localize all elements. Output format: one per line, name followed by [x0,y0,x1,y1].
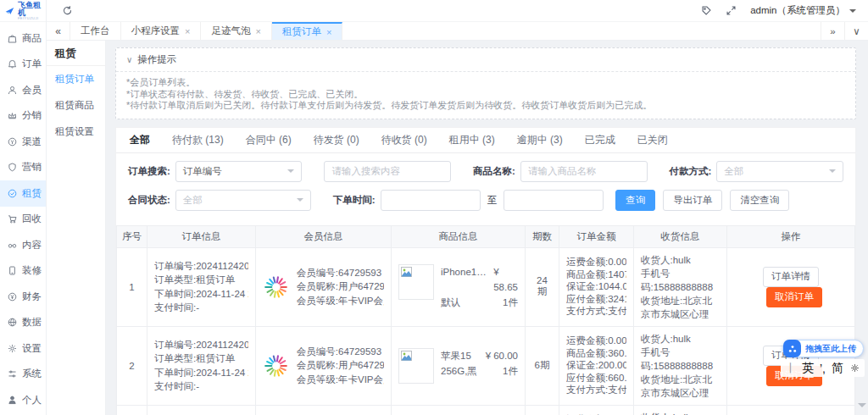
sidebar-item-data[interactable]: 数据 [0,310,46,336]
submenu-item-rental-goods[interactable]: 租赁商品 [47,92,105,119]
page-tabbar: « 工作台 小程序设置 × 足迹气泡 × 租赁订单 × » ∨ [47,22,868,41]
member-info-cell: 会员编号:64729593 会员昵称:用户64729593 会员等级:年卡VIP… [256,247,392,326]
sidebar-item-personal[interactable]: 个人 [0,387,46,413]
filter-tab-closed[interactable]: 已关闭 [637,133,668,147]
date-to-input[interactable] [511,195,596,205]
contract-status-select[interactable]: 全部 [175,190,311,211]
sidebar-item-recycle[interactable]: 回收 [0,207,46,233]
submenu-item-rental-orders[interactable]: 租赁订单 [47,66,105,92]
broken-image-icon [401,267,412,277]
tab-rental-orders[interactable]: 租赁订单 × [272,22,342,40]
actions-cell: 订单详情取消订单 [727,405,855,415]
filter-tab-renting[interactable]: 租用中 (3) [449,133,495,147]
sidebar-item-system[interactable]: 系统 [0,362,46,388]
query-button[interactable]: 查询 [615,190,655,211]
sidebar-item-settings[interactable]: 设置 [0,335,46,362]
order-info-cell: 订单编号:202411242010590464 订单类型:租赁订单 下单时间:2… [147,405,256,415]
tab-footprint-bubble[interactable]: 足迹气泡 × [201,22,271,40]
drag-upload-pill[interactable]: 拖拽至此上传 [782,340,864,357]
tag-icon[interactable] [701,5,712,16]
cancel-order-button[interactable]: 取消订单 [766,287,822,307]
filter-tab-pending-ship[interactable]: 待发货 (0) [314,133,359,147]
sidebar-item-content[interactable]: 内容 [0,232,46,258]
order-search-label: 订单搜索: [128,165,170,178]
member-info-cell: 会员编号:64729593 会员昵称:用户64729593 会员等级:年卡VIP… [256,326,392,405]
periods-cell: 24期 [526,247,559,326]
clear-query-button[interactable]: 清空查询 [730,190,789,211]
sidebar-item-rental[interactable]: 租赁 [0,180,46,207]
scrollbar-down-arrow[interactable] [858,403,866,412]
ime-simplified-toggle[interactable]: 简 [832,361,843,376]
fullscreen-icon[interactable] [726,5,737,16]
admin-label: admin（系统管理员） [750,4,845,17]
product-info-cell: 苹果15¥ 60.00 256G,黑1件 [392,326,526,405]
filter-tab-completed[interactable]: 已完成 [585,133,615,147]
book-icon [7,240,18,251]
orders-table: 序号 订单信息 会员信息 商品信息 期数 订单金额 收货信息 操作 [116,225,855,415]
brand-logo[interactable]: 飞鱼租机 FEIYUZUJI [0,0,46,22]
row-index: 3 [117,405,147,415]
product-image-placeholder [398,264,434,300]
order-detail-button[interactable]: 订单详情 [763,267,819,287]
sidebar-item-members[interactable]: 会员 [0,77,46,103]
sidebar-item-goods[interactable]: 商品 [0,25,46,52]
sidebar-item-decoration[interactable]: 装修 [0,258,46,285]
close-icon[interactable]: × [255,26,260,36]
sliders-icon [7,368,18,379]
sidebar-item-channel[interactable]: 渠道 [0,129,46,155]
ime-punct-toggle[interactable]: ’, [820,362,826,375]
chevron-down-icon [287,169,294,176]
tab-workbench[interactable]: 工作台 [70,22,121,40]
ime-gear-icon[interactable] [849,362,860,374]
submenu-item-rental-settings[interactable]: 租赁设置 [47,119,105,145]
fold-tabs-button[interactable]: « [47,22,70,40]
gear-icon [7,343,18,354]
filter-tab-all[interactable]: 全部 [130,133,150,147]
chevron-down-icon [849,9,856,16]
filter-tab-pending-receive[interactable]: 待收货 (0) [381,133,427,147]
channel-circle-icon [7,136,18,147]
close-icon[interactable]: × [185,26,190,36]
order-time-label: 下单时间: [333,194,376,207]
tips-collapse-header[interactable]: ∨操作提示 [116,48,855,72]
export-orders-button[interactable]: 导出订单 [663,190,722,211]
crown-icon [7,110,18,121]
date-from-input[interactable] [388,195,473,205]
keyword-input[interactable] [331,166,443,176]
product-input-wrap [520,161,648,182]
orders-card: 全部 待付款 (13) 合同中 (6) 待发货 (0) 待收货 (0) 租用中 … [115,127,856,415]
row-index: 1 [117,247,147,326]
sidebar-item-finance[interactable]: 财务 [0,284,46,310]
tab-miniprogram-settings[interactable]: 小程序设置 × [121,22,202,40]
periods-cell: 12期 [526,405,559,415]
app-window: 飞鱼租机 FEIYUZUJI 商品 订单 会员 分销 [0,0,868,415]
sidebar-item-distribution[interactable]: 分销 [0,103,46,130]
refresh-icon[interactable] [62,5,73,16]
chevron-down-icon [829,169,836,176]
pay-method-select[interactable]: 全部 [716,161,843,182]
member-avatar [263,271,290,303]
order-field-select[interactable]: 订单编号 [175,161,303,182]
ime-lang-toggle[interactable]: 英 [802,361,814,376]
product-image-placeholder [398,348,434,384]
ime-toolbar[interactable]: 丨 英 ’, 简 [781,359,865,377]
sidebar-item-marketing[interactable]: 营销 [0,155,46,181]
product-name-input[interactable] [528,166,640,176]
date-from-wrap [381,190,481,211]
amount-cell: 运费金额:0.00 商品金额:816.00 保证金:1044.00 应付金额:2… [559,405,634,415]
bell-icon [7,58,18,69]
member-info-cell: 会员编号:64729593 会员昵称:用户64729593 会员等级:年卡VIP… [256,405,392,415]
table-row: 1 订单编号:202411242014379360 订单类型:租赁订单 下单时间… [117,247,855,326]
close-icon[interactable]: × [326,27,331,37]
product-info-cell: iPhone15prom...¥ 58.65 默认1件 [392,247,526,326]
more-tabs-button[interactable]: » [821,22,844,40]
filter-tab-overdue[interactable]: 逾期中 (3) [517,133,563,147]
admin-menu[interactable]: admin（系统管理员） [750,4,856,17]
filter-tab-in-contract[interactable]: 合同中 (6) [246,133,292,147]
upload-pill-label: 拖拽至此上传 [805,343,856,355]
table-header-row: 序号 订单信息 会员信息 商品信息 期数 订单金额 收货信息 操作 [117,225,855,247]
sidebar-item-orders[interactable]: 订单 [0,52,46,78]
collapse-icon: ∨ [126,55,132,64]
filter-tab-pending-payment[interactable]: 待付款 (13) [172,133,224,147]
tabs-dropdown-button[interactable]: ∨ [844,22,868,40]
